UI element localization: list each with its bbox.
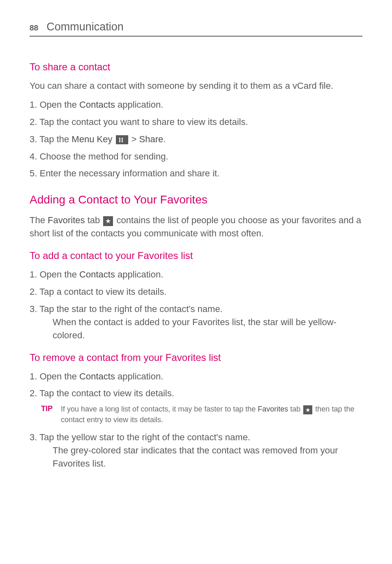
text: 3. Tap the star to the right of the cont…	[30, 304, 223, 314]
text: tab	[85, 215, 103, 225]
text: When the contact is added to your Favori…	[41, 316, 362, 342]
addfav-step-1: 1. Open the Contacts application.	[30, 268, 362, 281]
share-step-5: 5. Enter the necessary information and s…	[30, 167, 362, 180]
text: tab	[288, 405, 302, 413]
text-bold: Contacts	[79, 99, 115, 110]
text: application.	[115, 371, 163, 381]
share-step-4: 4. Choose the method for sending.	[30, 150, 362, 163]
chapter-title: Communication	[46, 21, 124, 33]
text: 1. Open the	[30, 269, 79, 280]
section-title-share-contact: To share a contact	[30, 61, 362, 73]
text: >	[129, 134, 139, 144]
remfav-step-2: 2. Tap the contact to view its details.	[30, 387, 362, 400]
addfav-step-2: 2. Tap a contact to view its details.	[30, 285, 362, 298]
favorites-intro: The Favorites tab contains the list of p…	[30, 214, 362, 240]
star-icon	[303, 405, 312, 414]
share-step-1: 1. Open the Contacts application.	[30, 98, 362, 111]
section-title-remove-favorite: To remove a contact from your Favorites …	[30, 352, 362, 363]
text: 1. Open the	[30, 99, 79, 110]
heading-adding-favorites: Adding a Contact to Your Favorites	[30, 193, 362, 206]
text-bold: Contacts	[79, 371, 115, 381]
text: The	[30, 215, 48, 225]
text-bold: Menu Key	[71, 134, 112, 144]
section-title-add-favorite: To add a contact to your Favorites list	[30, 250, 362, 261]
text: 3. Tap the	[30, 134, 71, 144]
text: The grey-colored star indicates that the…	[41, 444, 362, 470]
text-bold: Favorites	[258, 405, 288, 413]
page-header: 88 Communication	[30, 21, 362, 37]
addfav-step-3: 3. Tap the star to the right of the cont…	[30, 303, 362, 342]
text: application.	[115, 99, 163, 110]
page-number: 88	[30, 23, 38, 32]
text: 3. Tap the yellow star to the right of t…	[30, 432, 250, 442]
text: application.	[115, 269, 163, 280]
tip-label: TIP	[41, 404, 53, 425]
text: If you have a long list of contacts, it …	[61, 405, 258, 413]
tip-text: If you have a long list of contacts, it …	[61, 404, 362, 425]
share-intro: You can share a contact with someone by …	[30, 79, 362, 92]
text-bold: Contacts	[79, 269, 115, 280]
tip-row: TIP If you have a long list of contacts,…	[30, 404, 362, 425]
share-step-2: 2. Tap the contact you want to share to …	[30, 116, 362, 129]
star-icon	[103, 216, 113, 226]
share-step-3: 3. Tap the Menu Key > Share.	[30, 133, 362, 146]
remfav-step-1: 1. Open the Contacts application.	[30, 370, 362, 383]
text-bold: Share	[139, 134, 164, 144]
menu-key-icon	[116, 135, 128, 144]
text: 1. Open the	[30, 371, 79, 381]
text: .	[163, 134, 166, 144]
text-bold: Favorites	[48, 215, 85, 225]
remfav-step-3: 3. Tap the yellow star to the right of t…	[30, 431, 362, 470]
